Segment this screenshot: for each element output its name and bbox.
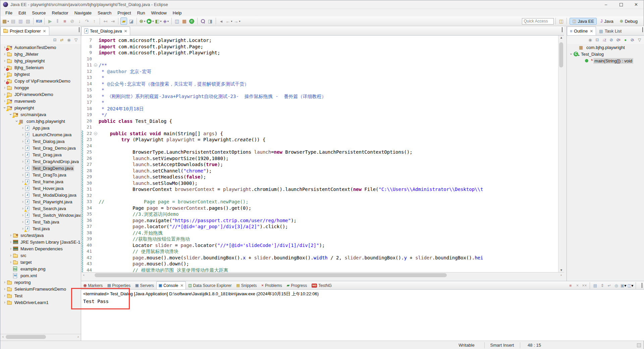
code-line-25[interactable]: 25 BrowserType.LaunchPersistentContextOp… (81, 149, 558, 155)
code-line-7[interactable]: 7import com.microsoft.playwright.Locator… (81, 37, 558, 44)
code-line-38[interactable]: 38 //4.开始拖拽 (81, 230, 558, 236)
tree-item-hongge[interactable]: ›hongge (0, 84, 81, 91)
expand-arrow-icon[interactable]: › (20, 133, 25, 137)
menu-refactor[interactable]: Refactor (49, 10, 71, 16)
tree-item-playwright[interactable]: ›Mplaywright (0, 104, 81, 111)
code-line-40[interactable]: 40 Locator slider = page.locator("//*[@i… (81, 242, 558, 249)
new-java-project-button[interactable]: ◫ (174, 17, 180, 25)
step-over-button[interactable]: ↷ (84, 17, 90, 25)
collapse-arrow-icon[interactable]: › (3, 105, 7, 110)
menu-navigate[interactable]: Navigate (71, 10, 95, 16)
sort-button[interactable]: ↓z (601, 37, 607, 43)
menu-window[interactable]: Window (148, 10, 170, 16)
minimize-button[interactable]: – (598, 0, 613, 9)
expand-arrow-icon[interactable]: › (20, 213, 25, 217)
tab-console[interactable]: ▣Console✕ (156, 281, 186, 289)
code-line-26[interactable]: 26 launch.setViewportSize(1920,1080); (81, 155, 558, 162)
expand-arrow-icon[interactable]: › (2, 72, 7, 76)
code-line-27[interactable]: 27 launch.setAcceptDownloads(true); (81, 161, 558, 168)
tree-item-test[interactable]: ›Test (0, 292, 81, 299)
code-line-23[interactable]: 23 try (Playwright playwright = Playwrig… (81, 137, 558, 143)
scroll-left-icon[interactable]: ‹ (81, 273, 87, 277)
forward-button[interactable]: →▾ (233, 17, 241, 25)
print-button[interactable]: ▧ (24, 17, 31, 25)
tab-outline[interactable]: ≡ Outline ✕ (567, 27, 596, 35)
tab-testng[interactable]: NGTestNG (309, 281, 334, 289)
tree-item-bjhgtest[interactable]: ›bjhgtest (0, 71, 81, 78)
menu-search[interactable]: Search (95, 10, 114, 16)
open-perspective-button[interactable]: ◫ (558, 17, 565, 25)
menu-file[interactable]: File (2, 10, 15, 16)
code-line-31[interactable]: 31 BrowserContext browserContext = playw… (81, 186, 558, 193)
editor-hscrollbar[interactable]: ‹ › (81, 272, 564, 278)
expand-arrow-icon[interactable]: › (20, 180, 25, 184)
project-explorer-hscrollbar[interactable]: ‹ › (0, 334, 81, 339)
tree-item-com-bjhg-playwright[interactable]: ›▦com.bjhg.playwright (0, 118, 81, 124)
last-edit-location-button[interactable]: ◂ (218, 17, 225, 25)
back-button[interactable]: ←▾ (225, 17, 233, 25)
code-line-30[interactable]: 30 launch.setSlowMo(3000); (81, 180, 558, 187)
tree-item-maven-dependencies[interactable]: ›Maven Dependencies (0, 245, 81, 252)
collapse-all-button[interactable]: ⊟ (594, 37, 600, 43)
code-line-42[interactable]: 42 page.mouse().move(slider.boundingBox(… (81, 255, 558, 261)
expand-arrow-icon[interactable]: › (2, 52, 7, 56)
code-line-39[interactable]: 39 //获取拖动按钮位置并拖动 (81, 236, 558, 242)
expand-arrow-icon[interactable]: › (20, 227, 25, 231)
code-line-41[interactable]: 41 // 使用鼠标滑动滑块 (81, 248, 558, 255)
expand-arrow-icon[interactable]: › (20, 126, 25, 130)
expand-arrow-icon[interactable]: › (8, 260, 13, 264)
tree-item-test-draganddrop-java[interactable]: ›JTest_DragAndDrop.java (0, 158, 81, 165)
skip-breakpoints-toggle[interactable]: 010 (36, 17, 42, 25)
tree-item-test-playwright-java[interactable]: ›JTest_Playwright.java (0, 198, 81, 205)
tree-item-bjhg-selenium[interactable]: ›!Bjhg_Selenium (0, 64, 81, 71)
code-line-33[interactable]: 33// Page page = browserContext.newPage(… (81, 199, 558, 205)
expand-arrow-icon[interactable]: › (569, 52, 573, 56)
close-icon[interactable]: ✕ (180, 283, 183, 288)
tab-properties[interactable]: ▤Properties (105, 281, 133, 289)
show-annotations-toggle[interactable]: ◪ (128, 17, 135, 25)
maximize-view-icon[interactable] (642, 284, 642, 288)
code-line-21[interactable]: 21 (81, 124, 558, 131)
console-content[interactable]: <terminated> Test_Dialog [Java Applicati… (81, 290, 644, 341)
tree-item-test-drag-java[interactable]: ›JTest_Drag.java (0, 151, 81, 158)
code-line-28[interactable]: 28 launch.setChannel("chrome"); (81, 168, 558, 174)
code-line-18[interactable]: 18 * 2024年10月18日 (81, 106, 558, 112)
tab-markers[interactable]: ◉Markers (81, 281, 105, 289)
code-line-24[interactable]: 24 (81, 143, 558, 149)
expand-arrow-icon[interactable]: › (2, 92, 7, 96)
code-line-17[interactable]: 17 * (81, 99, 558, 106)
tree-item-pom-xml[interactable]: Mpom.xml (0, 272, 81, 279)
suspend-button[interactable]: ‖ (54, 17, 61, 25)
perspective-debug[interactable]: ⊛Debug (617, 18, 640, 25)
tree-item-src-main-java[interactable]: ›▦src/main/java (0, 111, 81, 118)
tree-item-bjhg-playwright[interactable]: ›bjhg_playwright (0, 57, 81, 64)
display-console-button[interactable]: ▣▾ (620, 283, 627, 289)
tree-item-test-dragto-java[interactable]: ›JTest_DragTo.java (0, 171, 81, 178)
mark-occurrences-toggle[interactable]: ▰ (120, 17, 127, 25)
tree-item-target[interactable]: ›target (0, 259, 81, 265)
code-line-35[interactable]: 35 //3.浏览器访问demo (81, 211, 558, 217)
tree-item-test-dialog-java[interactable]: ›JTest_Dialog.java (0, 138, 81, 145)
save-all-button[interactable]: ▥ (17, 17, 24, 25)
menu-source[interactable]: Source (29, 10, 49, 16)
toggle-editor-annotations[interactable]: ◨ (207, 17, 214, 25)
tree-item-bjhg-jmeter[interactable]: ›bjhg_JMeter (0, 51, 81, 57)
hide-static-button[interactable]: ⊘S (615, 37, 622, 43)
perspective-java[interactable]: JJava (598, 18, 616, 25)
expand-arrow-icon[interactable]: › (2, 287, 7, 291)
tree-item-app-java[interactable]: ›JApp.java (0, 124, 81, 131)
tree-item-src-test-java[interactable]: ›▦src/test/java (0, 232, 81, 239)
menu-project[interactable]: Project (114, 10, 134, 16)
tree-item-webdriverlearn1[interactable]: ›WebDriverLearn1 (0, 299, 81, 306)
close-icon[interactable]: ✕ (590, 29, 593, 34)
scroll-right-icon[interactable]: › (558, 273, 564, 277)
code-line-15[interactable]: 15 * (81, 87, 558, 93)
collapse-arrow-icon[interactable]: › (15, 119, 19, 123)
code-line-9[interactable]: 9import com.microsoft.playwright.Playwri… (81, 50, 558, 56)
code-line-36[interactable]: 36 page.navigate("https://passport.ctrip… (81, 217, 558, 224)
focus-button[interactable]: ◉ (66, 37, 72, 43)
scroll-left-icon[interactable]: ‹ (0, 335, 6, 339)
save-button[interactable]: ▤ (10, 17, 16, 25)
code-line-12[interactable]: 12 * @author 北京-宏哥 (81, 68, 558, 75)
code-line-44[interactable]: 44 // 根据滑动的范围 这里使用慢动作最大距离 (81, 267, 558, 272)
